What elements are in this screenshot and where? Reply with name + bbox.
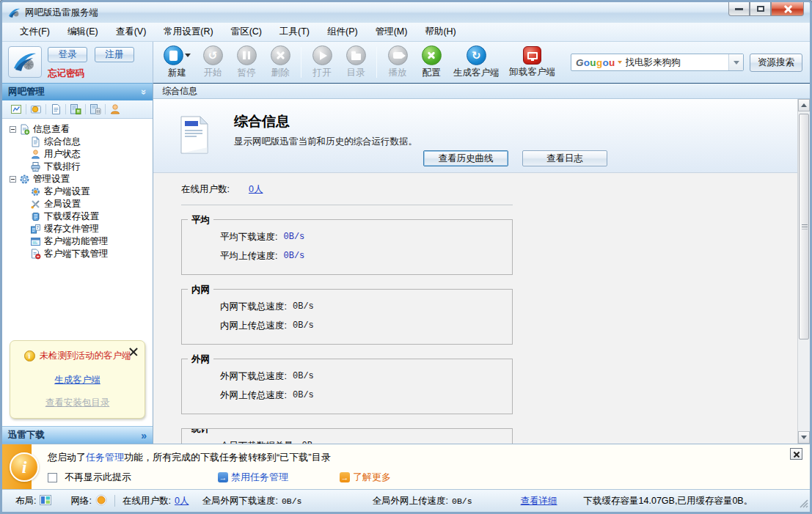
- toolbar-new-button[interactable]: 新建: [159, 44, 195, 81]
- sidebar-panel-header[interactable]: 网吧管理 »: [2, 83, 153, 100]
- search-input[interactable]: 找电影来狗狗: [626, 56, 728, 69]
- generate-client-link[interactable]: 生成客户端: [18, 374, 137, 386]
- menu-tools[interactable]: 工具(T): [271, 23, 318, 41]
- collapse-box-icon[interactable]: [10, 126, 16, 133]
- network-status-icon[interactable]: [95, 494, 107, 508]
- online-users-link[interactable]: 0人: [249, 183, 263, 196]
- new-document-icon: [164, 45, 183, 65]
- toolbar-delete-button[interactable]: 删除: [264, 44, 296, 81]
- toolbar-start-button[interactable]: ↺ 开始: [197, 44, 229, 81]
- menu-manage[interactable]: 管理(M): [367, 23, 417, 41]
- gear-small-icon: [30, 186, 41, 197]
- tree-item-overview[interactable]: 综合信息: [10, 136, 153, 148]
- thunder-logo-button[interactable]: [8, 46, 42, 78]
- close-button[interactable]: [771, 2, 804, 16]
- collapse-box-icon[interactable]: [10, 176, 16, 183]
- doc-block-icon: [30, 249, 41, 260]
- toolbar-directory-button[interactable]: 目录: [340, 44, 372, 81]
- maximize-icon: [757, 6, 764, 12]
- tab-overview[interactable]: 综合信息: [162, 85, 197, 98]
- scroll-up-button[interactable]: [798, 99, 810, 111]
- thunder-download-title: 迅雷下载: [8, 429, 45, 441]
- tree-item-global-settings[interactable]: 全局设置: [10, 198, 153, 210]
- group-title: 平均: [188, 214, 213, 227]
- view-history-button[interactable]: 查看历史曲线: [423, 150, 508, 166]
- billing-coin-icon[interactable]: [28, 102, 44, 117]
- delete-icon: [271, 45, 290, 65]
- group-title: 统计: [188, 428, 213, 436]
- window-title: 网吧版迅雷服务端: [25, 7, 98, 19]
- menu-help[interactable]: 帮助(H): [416, 23, 464, 41]
- toolbar-uninstall-client-button[interactable]: 卸载客户端: [505, 45, 560, 80]
- gear-icon: [19, 174, 30, 185]
- engine-dropdown-caret[interactable]: [618, 61, 622, 64]
- toolbar-config-button[interactable]: 配置: [415, 44, 447, 81]
- menu-edit[interactable]: 编辑(E): [59, 23, 107, 41]
- expand-chevron-icon[interactable]: »: [141, 430, 147, 441]
- user-icon[interactable]: [107, 102, 123, 117]
- person-icon: [30, 149, 41, 160]
- cache-calculator-icon[interactable]: [67, 102, 84, 117]
- search-history-dropdown[interactable]: [728, 54, 743, 70]
- learn-more-link[interactable]: → 了解更多: [340, 471, 391, 484]
- toolbar-open-button[interactable]: 打开: [306, 44, 338, 81]
- app-logo-icon: [8, 7, 21, 18]
- cache-trash-icon[interactable]: [87, 102, 103, 117]
- menu-file[interactable]: 文件(F): [11, 23, 59, 41]
- notification-close-button[interactable]: [790, 448, 802, 460]
- disable-task-manage-link[interactable]: → 禁用任务管理: [218, 471, 288, 484]
- app-window: 网吧版迅雷服务端 文件(F) 编辑(E) 查看(V) 常用设置(R) 雷区(C)…: [0, 0, 812, 514]
- divider: [181, 205, 513, 205]
- dont-show-checkbox[interactable]: [48, 473, 57, 482]
- toolbar-pause-button[interactable]: 暂停: [230, 44, 263, 81]
- new-dropdown-caret[interactable]: [185, 54, 191, 57]
- menu-leizone[interactable]: 雷区(C): [222, 23, 271, 41]
- cache-file-icon: [30, 224, 41, 235]
- forgot-password-link[interactable]: 忘记密码: [48, 67, 84, 80]
- menu-common-settings[interactable]: 常用设置(R): [155, 23, 222, 41]
- notice-close-icon[interactable]: [128, 347, 139, 357]
- menu-view[interactable]: 查看(V): [107, 23, 156, 41]
- maximize-button[interactable]: [750, 2, 771, 16]
- view-detail-link[interactable]: 查看详细: [521, 495, 557, 507]
- group-statistics: 统计 今日下载数据总量:0B: [181, 428, 513, 444]
- report-document-icon[interactable]: [48, 102, 64, 117]
- tree-item-cache-files[interactable]: 缓存文件管理: [10, 223, 153, 235]
- row-label: 平均上传速度:: [220, 250, 277, 262]
- tree-item-client-settings[interactable]: 客户端设置: [10, 186, 153, 198]
- view-log-button[interactable]: 查看日志: [522, 150, 607, 166]
- search-box[interactable]: Gougou 找电影来狗狗: [571, 54, 744, 71]
- window-icon: [30, 236, 41, 247]
- login-button[interactable]: 登录: [48, 47, 87, 62]
- vertical-scrollbar[interactable]: [797, 99, 810, 444]
- resource-search-button[interactable]: 资源搜索: [750, 54, 802, 72]
- minimize-button[interactable]: [728, 2, 750, 16]
- tree-item-client-functions[interactable]: 客户端功能管理: [10, 235, 153, 248]
- sidebar: 网吧管理 » 信息查看: [2, 83, 153, 444]
- big-info-icon: i: [10, 452, 39, 482]
- scroll-down-button[interactable]: [798, 431, 810, 444]
- tree-item-download-rank[interactable]: 下载排行: [10, 161, 153, 173]
- tree-node-info-view[interactable]: 信息查看: [10, 123, 153, 136]
- document-icon: [30, 136, 41, 147]
- client-notice-card: i 未检测到活动的客户端 生成客户端 查看安装包目录: [10, 340, 145, 419]
- open-install-dir-link[interactable]: 查看安装包目录: [18, 397, 137, 409]
- tree-item-cache-settings[interactable]: 下载缓存设置: [10, 210, 153, 223]
- thunder-download-panel-header[interactable]: 迅雷下载 »: [2, 426, 153, 444]
- task-manage-link[interactable]: 任务管理: [86, 452, 124, 463]
- tree-node-manage-settings[interactable]: 管理设置: [10, 173, 153, 186]
- resize-grip[interactable]: [799, 499, 808, 510]
- content-header: 综合信息 显示网吧版迅雷当前和历史的综合运行数据。 查看历史曲线 查看日志: [153, 99, 810, 173]
- tree-item-user-status[interactable]: 用户状态: [10, 148, 153, 161]
- toolbar-play-button[interactable]: 播放: [381, 44, 414, 81]
- register-button[interactable]: 注册: [95, 47, 134, 62]
- toolbar-generate-client-button[interactable]: ↻ 生成客户端: [449, 44, 504, 81]
- status-online-link[interactable]: 0人: [175, 495, 189, 507]
- layout-icon[interactable]: [40, 495, 51, 507]
- scrollbar-thumb[interactable]: [799, 114, 809, 339]
- menu-components[interactable]: 组件(P): [318, 23, 367, 41]
- tree-item-client-downloads[interactable]: 客户端下载管理: [10, 248, 153, 260]
- stats-chart-icon[interactable]: [8, 102, 24, 117]
- menu-bar: 文件(F) 编辑(E) 查看(V) 常用设置(R) 雷区(C) 工具(T) 组件…: [2, 23, 810, 42]
- collapse-chevron-icon[interactable]: »: [142, 87, 147, 98]
